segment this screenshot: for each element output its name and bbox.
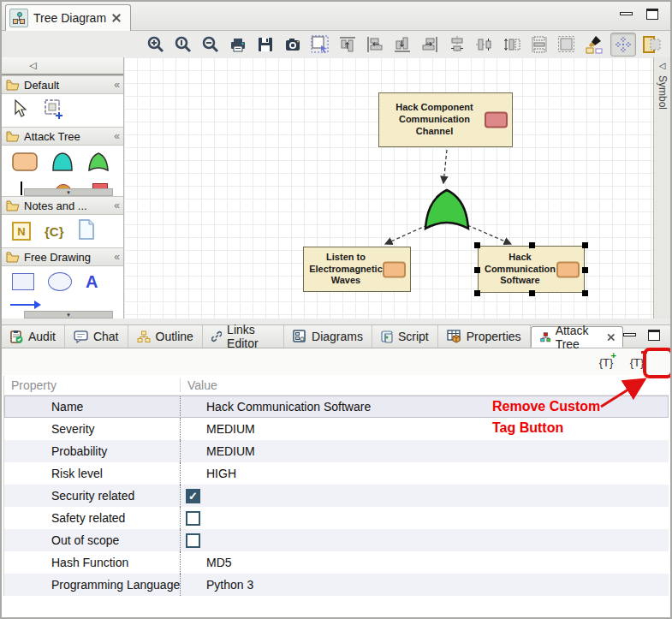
tab-links-editor[interactable]: Links Editor <box>203 325 284 348</box>
node-listen-to-electromagnetic-waves[interactable]: Listen to Electromagnetic Waves <box>303 247 411 292</box>
property-value[interactable]: Python 3 <box>180 574 669 596</box>
property-value[interactable]: MEDIUM <box>180 418 669 440</box>
selection-handle[interactable] <box>529 242 535 248</box>
rectangle-tool-icon[interactable] <box>12 273 34 290</box>
minimize-icon[interactable] <box>620 12 633 15</box>
match-size-icon[interactable] <box>501 33 523 56</box>
save-icon[interactable] <box>254 33 277 56</box>
minimize-icon[interactable] <box>623 333 636 336</box>
resize-area-icon[interactable] <box>556 33 578 56</box>
connector-gate-right-child[interactable] <box>467 225 511 244</box>
selection-handle[interactable] <box>582 267 588 273</box>
connector-parent-gate[interactable] <box>443 150 447 183</box>
ellipse-tool-icon[interactable] <box>48 272 72 291</box>
text-tool-icon[interactable]: A <box>86 273 98 290</box>
select-tool-icon[interactable] <box>12 99 29 122</box>
column-property[interactable]: Property <box>4 378 180 392</box>
symbol-editor-icon[interactable] <box>641 33 663 56</box>
tab-chat[interactable]: Chat <box>65 325 128 348</box>
property-value[interactable]: Hack Communication Software <box>180 396 669 418</box>
table-row-severity[interactable]: Severity MEDIUM <box>4 418 669 440</box>
constraint-tool-icon[interactable]: {C} <box>45 224 64 239</box>
column-value[interactable]: Value <box>180 378 669 392</box>
align-top-icon[interactable] <box>336 33 359 56</box>
minus-icon <box>641 351 647 354</box>
marquee-select-icon[interactable] <box>309 33 331 56</box>
center-vertical-icon[interactable] <box>473 33 496 56</box>
palette-section-free-drawing[interactable]: Free Drawing « <box>2 247 123 266</box>
property-value[interactable]: MD5 <box>180 551 669 574</box>
selection-handle[interactable] <box>582 242 588 248</box>
zoom-original-icon[interactable] <box>172 33 194 56</box>
tab-outline[interactable]: Outline <box>128 325 203 348</box>
palette-scroll-down[interactable]: ▾ <box>24 188 113 196</box>
grid-toggle-icon[interactable] <box>610 33 636 57</box>
palette-section-notes[interactable]: Notes and ... « <box>2 196 123 215</box>
table-row-hash-function[interactable]: Hash Function MD5 <box>4 551 669 574</box>
table-row-programming-language[interactable]: Programming Language Python 3 <box>4 574 669 596</box>
section-pin-icon[interactable]: « <box>114 79 120 91</box>
close-icon[interactable] <box>607 332 614 341</box>
section-pin-icon[interactable]: « <box>114 199 120 211</box>
table-row-risk-level[interactable]: Risk level HIGH <box>4 462 669 485</box>
tab-script[interactable]: Script <box>372 325 438 348</box>
table-row-security-related[interactable]: Security related ✓ <box>4 485 669 507</box>
attack-node-tool-icon[interactable] <box>12 152 38 175</box>
center-horizontal-icon[interactable] <box>446 33 468 56</box>
print-icon[interactable] <box>227 33 249 56</box>
or-gate-shape[interactable] <box>425 190 468 229</box>
or-gate-tool-icon[interactable] <box>87 152 110 176</box>
node-hack-component-communication-channel[interactable]: Hack Component Communication Channel <box>378 92 513 147</box>
palette-section-attack-tree[interactable]: Attack Tree « <box>2 127 123 146</box>
screenshot-icon[interactable] <box>282 33 304 56</box>
table-row-probability[interactable]: Probability MEDIUM <box>4 440 669 462</box>
tab-properties[interactable]: Properties <box>438 325 531 348</box>
format-painter-icon[interactable] <box>583 33 605 56</box>
edge-tool-icon[interactable] <box>21 182 22 195</box>
out-of-scope-checkbox[interactable] <box>186 533 200 548</box>
tab-audit[interactable]: Audit <box>2 325 65 348</box>
table-row-safety-related[interactable]: Safety related <box>4 507 669 529</box>
node-hack-communication-software[interactable]: Hack Communication Software <box>478 246 585 293</box>
selection-handle[interactable] <box>474 242 480 248</box>
folder-icon <box>6 80 20 91</box>
connector-gate-left-child[interactable] <box>385 225 427 244</box>
zoom-out-icon[interactable] <box>199 33 222 56</box>
and-gate-tool-icon[interactable] <box>51 152 74 176</box>
palette-section-default[interactable]: Default « <box>2 75 123 94</box>
selection-handle[interactable] <box>474 267 480 273</box>
palette-collapse[interactable]: ◁ <box>2 57 123 75</box>
remove-custom-tag-button[interactable]: {T} <box>626 353 648 372</box>
align-left-icon[interactable] <box>364 33 386 56</box>
property-value[interactable]: MEDIUM <box>180 440 669 462</box>
align-right-icon[interactable] <box>419 33 441 56</box>
close-icon[interactable] <box>111 13 122 23</box>
tab-diagrams[interactable]: Diagrams <box>284 325 372 348</box>
selection-handle[interactable] <box>582 290 588 296</box>
palette-scroll-down[interactable]: ▾ <box>24 311 113 318</box>
selection-handle[interactable] <box>474 290 480 296</box>
document-tool-icon[interactable] <box>78 219 95 243</box>
table-row-name[interactable]: Name Hack Communication Software <box>4 396 669 418</box>
selection-handle[interactable] <box>529 290 535 296</box>
note-tool-icon[interactable]: N <box>12 222 31 241</box>
marquee-tool-icon[interactable] <box>43 98 65 123</box>
symbol-panel-collapsed[interactable]: ◁ Symbol <box>653 57 670 318</box>
section-pin-icon[interactable]: « <box>114 251 120 263</box>
table-row-out-of-scope[interactable]: Out of scope <box>4 529 669 551</box>
tab-tree-diagram[interactable]: Tree Diagram <box>5 4 131 31</box>
section-pin-icon[interactable]: « <box>114 130 120 142</box>
align-bottom-icon[interactable] <box>391 33 413 56</box>
collapse-left-icon[interactable]: ◁ <box>659 61 666 70</box>
security-related-checkbox[interactable]: ✓ <box>186 489 200 503</box>
maximize-icon[interactable] <box>646 9 658 20</box>
distribute-icon[interactable] <box>528 33 550 56</box>
tab-attack-tree[interactable]: Attack Tree <box>531 326 623 348</box>
property-value[interactable]: HIGH <box>180 462 669 485</box>
add-custom-tag-button[interactable]: {T} + <box>595 353 617 372</box>
zoom-in-icon[interactable] <box>145 33 167 56</box>
safety-related-checkbox[interactable] <box>186 511 200 526</box>
diagrams-icon <box>293 330 306 343</box>
maximize-icon[interactable] <box>648 330 660 341</box>
diagram-canvas[interactable]: Hack Component Communication Channel Lis… <box>124 57 653 318</box>
